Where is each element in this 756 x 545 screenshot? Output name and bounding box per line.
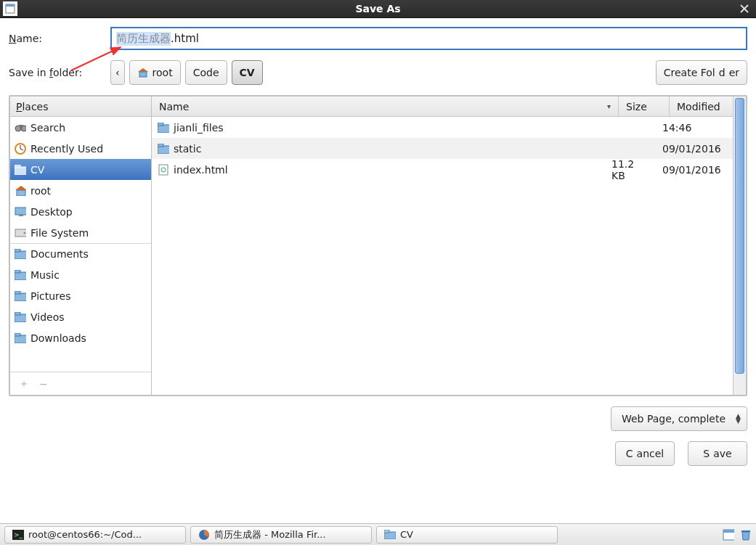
- folder-icon: [158, 143, 169, 155]
- places-item-root[interactable]: root: [10, 180, 151, 201]
- places-item-label: Recently Used: [31, 143, 103, 155]
- places-item-music[interactable]: Music: [10, 264, 151, 285]
- taskbar: >_ root@centos66:~/Cod... 简历生成器 - Mozill…: [0, 523, 756, 545]
- svg-rect-14: [17, 190, 25, 196]
- tray-desktop-icon[interactable]: [723, 529, 734, 541]
- close-icon[interactable]: [737, 1, 752, 16]
- breadcrumb-label: root: [153, 67, 173, 78]
- terminal-icon: >_: [12, 529, 24, 541]
- filename-rest: .html: [171, 32, 199, 45]
- disk-icon: [15, 227, 26, 239]
- svg-rect-23: [15, 270, 20, 273]
- scrollbar-thumb[interactable]: [735, 98, 744, 374]
- places-item-label: Documents: [31, 248, 89, 260]
- places-item-file-system[interactable]: File System: [10, 222, 151, 243]
- places-item-label: Music: [31, 269, 60, 281]
- places-item-documents[interactable]: Documents: [10, 243, 151, 264]
- svg-text:>_: >_: [14, 531, 23, 538]
- home-icon: [15, 185, 26, 197]
- folder-icon: [15, 311, 26, 323]
- folder-icon: [15, 290, 26, 302]
- places-item-cv[interactable]: CV: [10, 159, 151, 180]
- window-title: Save As: [0, 3, 756, 15]
- filename-input[interactable]: 简历生成器.html: [110, 27, 747, 50]
- svg-rect-30: [158, 125, 169, 133]
- file-modified: 09/01/2016: [657, 164, 733, 176]
- folder-row: Save in folder: ‹ root Code CV Create Fo…: [9, 60, 747, 85]
- places-item-downloads[interactable]: Downloads: [10, 327, 151, 348]
- recent-icon: [15, 143, 26, 155]
- file-name: jianli_files: [174, 122, 224, 134]
- places-item-videos[interactable]: Videos: [10, 306, 151, 327]
- breadcrumb-cv[interactable]: CV: [232, 60, 263, 85]
- folder-icon: [15, 248, 26, 260]
- titlebar: Save As: [0, 0, 756, 18]
- places-item-search[interactable]: Search: [10, 117, 151, 138]
- remove-bookmark-icon[interactable]: −: [39, 378, 48, 390]
- taskbar-item-cv[interactable]: CV: [376, 526, 558, 544]
- folder-icon: [15, 164, 26, 176]
- svg-rect-41: [384, 530, 389, 533]
- sort-indicator-icon: ▾: [607, 102, 611, 110]
- svg-rect-16: [15, 208, 26, 215]
- breadcrumb-code[interactable]: Code: [185, 60, 227, 85]
- file-browser: Places SearchRecently UsedCVrootDesktopF…: [9, 95, 747, 396]
- taskbar-label: 简历生成器 - Mozilla Fir...: [214, 528, 326, 541]
- taskbar-label: root@centos66:~/Cod...: [28, 529, 142, 540]
- places-item-label: Desktop: [31, 206, 73, 218]
- taskbar-label: CV: [400, 529, 413, 540]
- file-row[interactable]: index.html11.2 KB09/01/2016: [152, 159, 733, 180]
- svg-rect-21: [15, 249, 20, 252]
- save-button[interactable]: Save: [688, 441, 747, 466]
- filetype-row: Web Page, complete ▲▼: [9, 406, 747, 431]
- svg-marker-5: [138, 68, 148, 72]
- svg-rect-43: [723, 530, 734, 533]
- file-row[interactable]: static09/01/2016: [152, 138, 733, 159]
- filetype-select[interactable]: Web Page, complete ▲▼: [611, 406, 747, 431]
- places-item-label: Videos: [31, 311, 65, 323]
- scrollbar[interactable]: [733, 97, 746, 395]
- breadcrumb-back-button[interactable]: ‹: [110, 60, 125, 85]
- name-row: Name: 简历生成器.html: [9, 27, 747, 50]
- folder-icon: [384, 529, 396, 541]
- tray-trash-icon[interactable]: [740, 529, 752, 541]
- svg-rect-32: [158, 146, 169, 154]
- places-item-label: CV: [31, 164, 44, 176]
- folder-icon: [15, 332, 26, 344]
- system-tray: [723, 529, 752, 541]
- files-panel: Name ▾ Size Modified jianli_files14:46st…: [152, 97, 746, 395]
- file-modified: 14:46: [657, 122, 733, 134]
- filename-selection: 简历生成器: [116, 32, 171, 46]
- column-name[interactable]: Name ▾: [152, 97, 619, 116]
- svg-rect-26: [15, 314, 26, 322]
- create-folder-button[interactable]: Create Folder: [656, 60, 747, 85]
- places-header[interactable]: Places: [10, 97, 151, 117]
- places-item-recently-used[interactable]: Recently Used: [10, 138, 151, 159]
- svg-rect-8: [19, 125, 23, 127]
- svg-rect-22: [15, 272, 26, 280]
- places-item-label: File System: [31, 227, 89, 239]
- taskbar-item-firefox[interactable]: 简历生成器 - Mozilla Fir...: [190, 526, 372, 544]
- file-name: static: [174, 143, 201, 155]
- cancel-button[interactable]: Cancel: [615, 441, 675, 466]
- dialog-body: Name: 简历生成器.html Save in folder: ‹ root …: [0, 18, 756, 475]
- file-row[interactable]: jianli_files14:46: [152, 117, 733, 138]
- places-item-desktop[interactable]: Desktop: [10, 201, 151, 222]
- file-list: jianli_files14:46static09/01/2016index.h…: [152, 117, 733, 395]
- places-item-pictures[interactable]: Pictures: [10, 285, 151, 306]
- places-item-label: Downloads: [31, 332, 86, 344]
- svg-rect-29: [15, 333, 20, 336]
- breadcrumb-label: Code: [193, 67, 219, 78]
- places-item-label: Pictures: [31, 290, 70, 302]
- file-name: index.html: [174, 164, 228, 176]
- places-item-label: Search: [31, 122, 65, 134]
- html-icon: [158, 164, 169, 176]
- taskbar-item-terminal[interactable]: >_ root@centos66:~/Cod...: [4, 526, 186, 544]
- column-size[interactable]: Size: [619, 97, 670, 116]
- svg-point-19: [24, 231, 26, 234]
- add-bookmark-icon[interactable]: ＋: [19, 377, 29, 390]
- svg-rect-34: [159, 165, 168, 175]
- folder-label: Save in folder:: [9, 67, 110, 78]
- breadcrumb-root[interactable]: root: [129, 60, 181, 85]
- places-footer: ＋ −: [10, 372, 151, 395]
